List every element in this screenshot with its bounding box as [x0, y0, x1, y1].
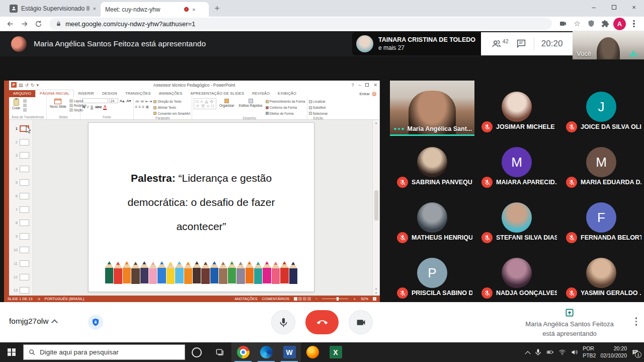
search-input[interactable] [40, 348, 180, 356]
ppt-tab-revisão[interactable]: REVISÃO [248, 90, 274, 97]
participant-tile[interactable]: JJOICE DA SILVA OLI... [559, 81, 643, 136]
profile-avatar[interactable]: A [613, 18, 626, 30]
cut-button[interactable] [23, 99, 32, 103]
participant-tile[interactable]: PPRISCILA SABINO D... [390, 247, 474, 302]
address-bar[interactable]: meet.google.com/cuy-ndwz-yhw?authuser=1 [49, 18, 552, 30]
underline-button[interactable]: S [90, 105, 94, 109]
slide-thumbnail[interactable]: 8 [9, 216, 33, 230]
volume-icon[interactable] [571, 348, 578, 356]
italic-button[interactable]: I [87, 105, 89, 109]
alignment-icons[interactable]: ≡ ≡ ≡ ≣ [135, 105, 152, 109]
ppt-restore-icon[interactable] [365, 83, 369, 87]
notes-button[interactable]: ANOTAÇÕES [234, 297, 257, 301]
reset-button[interactable]: Redefinir [69, 104, 78, 107]
quick-access-toolbar[interactable]: P ▤ ↺ ↻ ▾ [11, 82, 39, 88]
redo-icon[interactable]: ↻ [31, 83, 35, 88]
participant-tile[interactable]: JOSIMAR MICHELE ... [474, 81, 559, 136]
ppt-tab-página-inicial[interactable]: PÁGINA INICIAL [35, 90, 74, 97]
slide-thumbnail[interactable]: 11 [9, 257, 33, 270]
more-options-icon[interactable] [635, 317, 637, 326]
tab-close-icon[interactable]: × [192, 7, 195, 13]
replace-button[interactable]: Substituir [309, 105, 328, 110]
format-painter-button[interactable] [23, 108, 32, 112]
copy-button[interactable] [23, 104, 32, 107]
participants-pill[interactable]: TAINARA CRISTINA DE TOLEDO S... e mais 2… [352, 32, 481, 55]
sign-in[interactable]: Entrar [360, 92, 376, 96]
bullets-numbering-icons[interactable]: ≔ ≕ ⇤⇥ [135, 99, 152, 104]
qat-menu-icon[interactable]: ▾ [37, 83, 39, 88]
ppt-tab-design[interactable]: DESIGN [98, 90, 121, 97]
self-view-tile[interactable]: Você [573, 31, 644, 59]
taskbar-app-cortana[interactable] [185, 342, 208, 362]
meeting-safety-button[interactable] [88, 315, 103, 330]
section-button[interactable]: Seção [69, 108, 78, 112]
browser-menu-icon[interactable] [628, 18, 640, 30]
browser-tab[interactable]: Estágio Supervisionado III Gestã× [5, 0, 101, 17]
fit-slide-icon[interactable] [373, 297, 376, 301]
taskbar-app-edge[interactable] [255, 342, 278, 362]
minimize-button[interactable]: – [584, 0, 604, 14]
microphone-button[interactable] [271, 310, 295, 334]
slide-thumbnail[interactable]: 6 [9, 189, 33, 203]
start-button[interactable] [0, 342, 23, 362]
new-slide-button[interactable]: Novo Slide [48, 98, 68, 109]
text-direction-button[interactable]: Direção do Texto [153, 99, 190, 104]
chat-icon[interactable] [516, 38, 527, 49]
slide-thumbnail[interactable]: 12 [9, 270, 33, 284]
participant-tile[interactable]: STEFANI SILVA DIAS [474, 191, 559, 247]
smartart-button[interactable]: Converter em SmartArt [153, 111, 190, 116]
language-indicator[interactable]: PORPTB2 [583, 345, 596, 359]
clock-date[interactable]: 20:2002/10/2020 [600, 345, 627, 359]
scroll-up-icon[interactable]: ▴ [375, 121, 377, 124]
ppt-close-icon[interactable]: ✕ [373, 83, 377, 88]
participant-tile[interactable]: YASMIN GERALDO ... [559, 247, 643, 302]
slide-scrollbar[interactable]: ▴ ▴ ▾ [372, 120, 379, 296]
slide-thumbnail[interactable]: 3 [9, 149, 33, 163]
shapes-gallery[interactable]: □ ○ △ ◇☆ ▽ ○ □ [194, 98, 216, 109]
tab-close-icon[interactable]: × [93, 6, 96, 12]
zoom-out-icon[interactable]: − [315, 297, 317, 301]
previous-slide-icon[interactable]: ▴ [375, 286, 377, 290]
undo-icon[interactable]: ↺ [25, 83, 29, 88]
font-name-box[interactable] [82, 98, 108, 103]
participant-tile[interactable]: NADJA GONÇALVES... [474, 247, 559, 302]
extensions-puzzle-icon[interactable] [599, 18, 611, 30]
zoom-in-icon[interactable]: ＋ [353, 297, 356, 302]
ppt-tab-transições[interactable]: TRANSIÇÕES [121, 90, 155, 97]
hang-up-button[interactable] [305, 310, 339, 334]
paste-button[interactable]: Colar [11, 98, 22, 110]
meeting-code[interactable]: fomjg27olw [9, 317, 58, 326]
shrink-font-icon[interactable]: A▾ [126, 99, 131, 103]
align-text-button[interactable]: Alinhar Texto [153, 105, 190, 110]
ppt-minimize-icon[interactable]: – [358, 83, 361, 88]
action-center-button[interactable]: 1 [631, 348, 639, 356]
next-slide-icon[interactable]: ▾ [375, 291, 377, 295]
wifi-icon[interactable] [558, 348, 566, 356]
participant-tile[interactable]: MMAIARA APARECID... [474, 136, 559, 191]
quick-styles-button[interactable]: Estilos Rápidos [237, 98, 264, 108]
zoom-slider[interactable] [322, 299, 348, 299]
save-icon[interactable]: ▤ [19, 83, 23, 88]
close-button[interactable]: × [624, 0, 644, 14]
language-label[interactable]: PORTUGUÊS (BRASIL) [45, 297, 85, 301]
slide-thumbnail[interactable]: 5 [9, 176, 33, 189]
back-icon[interactable] [4, 18, 16, 30]
bookmark-star-icon[interactable]: ☆ [571, 18, 583, 30]
ppt-tab-inserir[interactable]: INSERIR [74, 90, 98, 97]
arrange-button[interactable]: Organizar [218, 98, 236, 108]
tray-chevron-icon[interactable] [525, 351, 531, 356]
proofing-icon[interactable]: ⊐ [37, 297, 40, 301]
media-camera-icon[interactable] [557, 18, 569, 30]
taskbar-app-word[interactable]: W [278, 342, 301, 362]
restore-button[interactable] [604, 0, 624, 14]
presenting-status[interactable]: Maria Angélica Santos Feitoza está apres… [511, 308, 628, 339]
slide-thumbnail[interactable]: 10 [9, 243, 33, 257]
help-icon[interactable]: ? [351, 83, 354, 88]
participant-tile[interactable]: SABRINA PANVEQU... [390, 136, 474, 191]
ppt-tab-arquivo[interactable]: ARQUIVO [9, 90, 35, 97]
scrollbar-thumb[interactable] [374, 190, 378, 221]
forward-icon[interactable] [18, 18, 30, 30]
comments-button[interactable]: COMENTÁRIOS [262, 297, 289, 301]
new-tab-button[interactable]: ＋ [213, 2, 221, 14]
taskbar-app-taskview[interactable] [208, 342, 231, 362]
